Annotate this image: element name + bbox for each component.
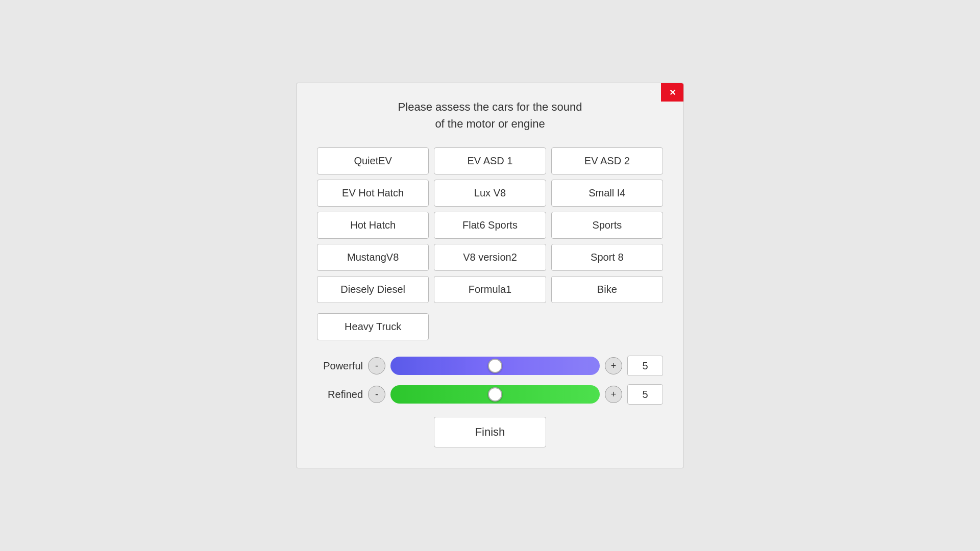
finish-button[interactable]: Finish (434, 417, 547, 447)
powerful-slider-wrapper (390, 357, 600, 375)
car-button-lux-v8[interactable]: Lux V8 (434, 180, 546, 207)
car-button-ev-hot-hatch[interactable]: EV Hot Hatch (317, 180, 429, 207)
close-button[interactable]: ✕ (661, 83, 683, 102)
refined-slider-thumb[interactable] (488, 387, 502, 402)
car-button-sports[interactable]: Sports (551, 212, 663, 239)
car-button-formula1[interactable]: Formula1 (434, 276, 546, 303)
powerful-value: 5 (627, 356, 663, 376)
refined-value: 5 (627, 384, 663, 405)
car-button-bike[interactable]: Bike (551, 276, 663, 303)
dialog-title: Please assess the cars for the sound of … (317, 98, 663, 132)
car-button-sport-8[interactable]: Sport 8 (551, 244, 663, 271)
assessment-dialog: ✕ Please assess the cars for the sound o… (296, 83, 684, 468)
powerful-slider-thumb[interactable] (488, 359, 502, 373)
car-button-heavy-truck[interactable]: Heavy Truck (317, 313, 429, 340)
powerful-slider-section: Powerful - + 5 (317, 356, 663, 376)
refined-slider-track (390, 385, 600, 404)
car-button-v8-version2[interactable]: V8 version2 (434, 244, 546, 271)
car-button-diesely-diesel[interactable]: Diesely Diesel (317, 276, 429, 303)
car-button-mustangv8[interactable]: MustangV8 (317, 244, 429, 271)
refined-slider-wrapper (390, 385, 600, 404)
car-grid: QuietEVEV ASD 1EV ASD 2EV Hot HatchLux V… (317, 147, 663, 303)
car-button-hot-hatch[interactable]: Hot Hatch (317, 212, 429, 239)
refined-slider-section: Refined - + 5 (317, 384, 663, 405)
sliders-container: Powerful - + 5 Refined - + 5 (317, 356, 663, 405)
refined-label: Refined (317, 389, 363, 400)
powerful-plus-button[interactable]: + (605, 357, 622, 374)
car-button-small-i4[interactable]: Small I4 (551, 180, 663, 207)
car-button-quietev[interactable]: QuietEV (317, 147, 429, 174)
powerful-minus-button[interactable]: - (368, 357, 385, 374)
refined-minus-button[interactable]: - (368, 386, 385, 403)
car-button-flat6-sports[interactable]: Flat6 Sports (434, 212, 546, 239)
refined-plus-button[interactable]: + (605, 386, 622, 403)
powerful-label: Powerful (317, 360, 363, 372)
car-button-ev-asd-2[interactable]: EV ASD 2 (551, 147, 663, 174)
powerful-slider-track (390, 357, 600, 375)
finish-section: Finish (317, 417, 663, 447)
car-last-row: Heavy Truck (317, 313, 663, 340)
car-button-ev-asd-1[interactable]: EV ASD 1 (434, 147, 546, 174)
